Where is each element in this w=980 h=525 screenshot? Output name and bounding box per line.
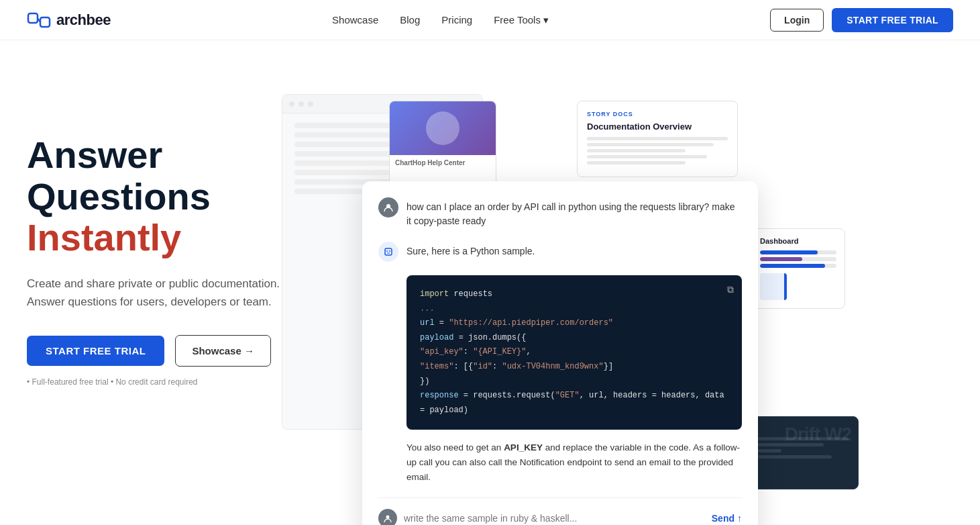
copy-icon[interactable]: ⧉: [727, 282, 734, 299]
hero-visual: ChartHop Help Center STORY DOCS Document…: [349, 94, 953, 525]
charthop-label: ChartHop Help Center: [390, 155, 496, 171]
navbar: archbee Showcase Blog Pricing Free Tools…: [0, 0, 980, 40]
trial-button-nav[interactable]: START FREE TRIAL: [832, 8, 953, 32]
chat-input[interactable]: [404, 510, 712, 525]
user-avatar: [378, 197, 398, 218]
chat-follow-up: You also need to get an API_KEY and repl…: [378, 440, 742, 484]
svg-point-5: [386, 250, 388, 252]
login-button[interactable]: Login: [770, 9, 824, 32]
hero-section: Answer Questions Instantly Create and sh…: [0, 40, 980, 525]
nav-link-blog[interactable]: Blog: [400, 14, 420, 26]
chevron-down-icon: ▾: [543, 14, 549, 26]
svg-rect-0: [28, 13, 38, 23]
send-icon: ↑: [737, 513, 742, 524]
chat-user-message: how can I place an order by API call in …: [378, 197, 742, 228]
story-tag: STORY DOCS: [587, 111, 728, 117]
hero-content: Answer Questions Instantly Create and sh…: [27, 94, 349, 387]
drift-watermark: Drift W2: [785, 424, 851, 445]
showcase-button[interactable]: Showcase →: [175, 335, 271, 367]
user-message-text: how can I place an order by API call in …: [406, 197, 742, 228]
nav-links: Showcase Blog Pricing Free Tools ▾: [332, 14, 549, 26]
nav-link-freetools[interactable]: Free Tools ▾: [494, 14, 549, 26]
hero-title: Answer Questions Instantly: [27, 134, 349, 258]
logo-icon: [27, 8, 51, 32]
hero-actions: START FREE TRIAL Showcase →: [27, 335, 349, 367]
code-block: ⧉ import requests ... url = "https://api…: [406, 275, 742, 430]
story-title: Documentation Overview: [587, 122, 728, 132]
api-key-highlight: API_KEY: [504, 442, 543, 452]
input-avatar: [378, 509, 397, 525]
chat-input-row: Send ↑: [378, 497, 742, 525]
chat-bot-header: Sure, here is a Python sample.: [378, 242, 742, 262]
send-button[interactable]: Send ↑: [712, 513, 742, 524]
nav-link-pricing[interactable]: Pricing: [441, 14, 472, 26]
svg-rect-4: [385, 248, 392, 255]
chat-card: how can I place an order by API call in …: [362, 181, 758, 525]
hero-subtitle: Create and share private or public docum…: [27, 275, 295, 311]
bot-avatar: [378, 242, 398, 262]
nav-link-showcase[interactable]: Showcase: [332, 14, 378, 26]
trial-button-hero[interactable]: START FREE TRIAL: [27, 336, 164, 366]
dashboard-card: Dashboard: [751, 228, 845, 309]
dashboard-label: Dashboard: [760, 237, 836, 245]
logo-text: archbee: [56, 11, 111, 29]
logo-link[interactable]: archbee: [27, 8, 111, 32]
story-doc-card: STORY DOCS Documentation Overview: [577, 101, 738, 177]
nav-actions: Login START FREE TRIAL: [770, 8, 953, 32]
svg-rect-1: [40, 17, 50, 27]
svg-point-6: [389, 250, 390, 252]
bot-reply-text: Sure, here is a Python sample.: [406, 242, 535, 258]
hero-note: • Full-featured free trial • No credit c…: [27, 377, 349, 387]
svg-point-8: [386, 516, 390, 519]
charthop-card: ChartHop Help Center: [389, 101, 496, 188]
